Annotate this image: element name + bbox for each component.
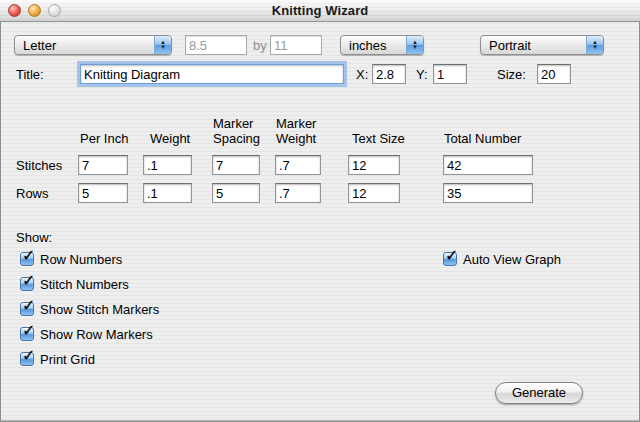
rows-marker-weight-input[interactable] — [275, 183, 321, 203]
stitches-marker-weight-input[interactable] — [275, 155, 321, 175]
checkbox-label: Auto View Graph — [463, 252, 561, 267]
stitches-text-size-input[interactable] — [348, 155, 400, 175]
stitches-marker-spacing-input[interactable] — [212, 155, 260, 175]
column-header-marker-spacing: Marker Spacing — [213, 116, 269, 146]
y-label: Y: — [416, 67, 428, 82]
x-input[interactable] — [372, 64, 406, 84]
checkbox-icon[interactable]: ✓ — [443, 252, 457, 266]
popup-arrows-icon: ▲▼ — [586, 36, 603, 54]
paper-size-value: Letter — [15, 38, 154, 53]
table-header-row: Per Inch Weight Marker Spacing Marker We… — [0, 110, 640, 146]
checkbox-icon[interactable]: ✓ — [20, 352, 34, 366]
checkmark-icon: ✓ — [445, 246, 458, 265]
column-header-marker-weight: Marker Weight — [276, 116, 328, 146]
checkbox-icon[interactable]: ✓ — [20, 302, 34, 316]
size-input[interactable] — [537, 64, 571, 84]
rows-row-label: Rows — [16, 186, 49, 201]
checkbox-label: Stitch Numbers — [40, 277, 129, 292]
generate-button[interactable]: Generate — [495, 382, 583, 404]
checkbox-auto-view-graph[interactable]: ✓ Auto View Graph — [443, 251, 561, 267]
column-header-total-number: Total Number — [444, 131, 521, 146]
checkbox-label: Print Grid — [40, 352, 95, 367]
checkbox-label: Show Row Markers — [40, 327, 153, 342]
rows-total-number-input[interactable] — [443, 183, 533, 203]
stitches-weight-input[interactable] — [143, 155, 192, 175]
rows-text-size-input[interactable] — [348, 183, 400, 203]
checkbox-stitch-numbers[interactable]: ✓ Stitch Numbers — [20, 276, 129, 292]
checkmark-icon: ✓ — [22, 246, 35, 265]
checkbox-icon[interactable]: ✓ — [20, 327, 34, 341]
checkbox-row-numbers[interactable]: ✓ Row Numbers — [20, 251, 122, 267]
x-label: X: — [356, 67, 368, 82]
checkbox-label: Row Numbers — [40, 252, 122, 267]
size-label: Size: — [497, 67, 526, 82]
checkbox-print-grid[interactable]: ✓ Print Grid — [20, 351, 95, 367]
diagram-title-input[interactable] — [80, 64, 344, 84]
y-input[interactable] — [433, 64, 467, 84]
checkmark-icon: ✓ — [22, 346, 35, 365]
title-label: Title: — [16, 67, 44, 82]
column-header-per-inch: Per Inch — [80, 131, 128, 146]
checkbox-icon[interactable]: ✓ — [20, 252, 34, 266]
stitches-row-label: Stitches — [16, 158, 62, 173]
paper-width-field — [185, 35, 247, 55]
checkbox-icon[interactable]: ✓ — [20, 277, 34, 291]
show-label: Show: — [16, 230, 52, 245]
paper-height-field — [270, 35, 322, 55]
knitting-wizard-window: Knitting Wizard Letter ▲▼ by inches ▲▼ P… — [0, 0, 640, 422]
popup-arrows-icon: ▲▼ — [406, 36, 423, 54]
stitches-total-number-input[interactable] — [443, 155, 533, 175]
checkmark-icon: ✓ — [22, 296, 35, 315]
paper-size-popup[interactable]: Letter ▲▼ — [14, 35, 172, 55]
orientation-value: Portrait — [481, 38, 586, 53]
checkmark-icon: ✓ — [22, 321, 35, 340]
window-title: Knitting Wizard — [0, 3, 640, 18]
by-label: by — [253, 38, 267, 53]
rows-per-inch-input[interactable] — [78, 183, 128, 203]
units-value: inches — [341, 38, 406, 53]
column-header-text-size: Text Size — [352, 131, 405, 146]
checkbox-label: Show Stitch Markers — [40, 302, 159, 317]
rows-marker-spacing-input[interactable] — [212, 183, 260, 203]
checkbox-show-row-markers[interactable]: ✓ Show Row Markers — [20, 326, 153, 342]
units-popup[interactable]: inches ▲▼ — [340, 35, 424, 55]
column-header-weight: Weight — [150, 131, 190, 146]
orientation-popup[interactable]: Portrait ▲▼ — [480, 35, 604, 55]
checkmark-icon: ✓ — [22, 271, 35, 290]
checkbox-show-stitch-markers[interactable]: ✓ Show Stitch Markers — [20, 301, 159, 317]
popup-arrows-icon: ▲▼ — [154, 36, 171, 54]
rows-weight-input[interactable] — [143, 183, 192, 203]
stitches-per-inch-input[interactable] — [78, 155, 128, 175]
title-bar[interactable]: Knitting Wizard — [0, 0, 640, 22]
